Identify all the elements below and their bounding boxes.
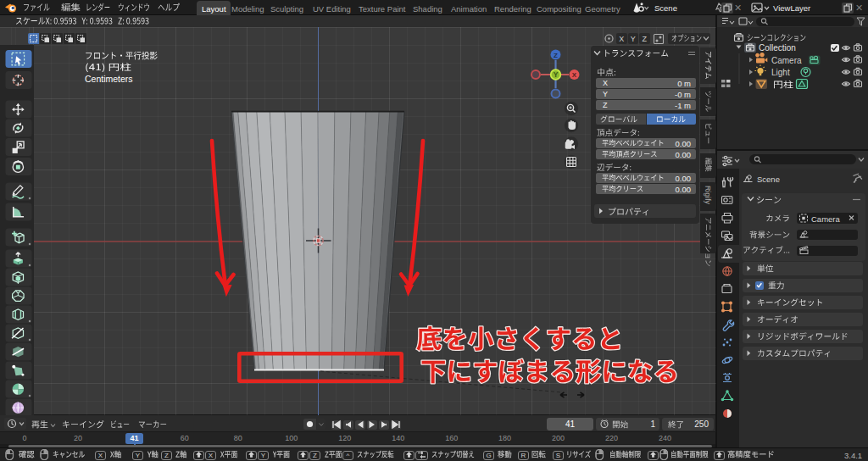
svg-text:Rigify: Rigify (704, 186, 712, 205)
